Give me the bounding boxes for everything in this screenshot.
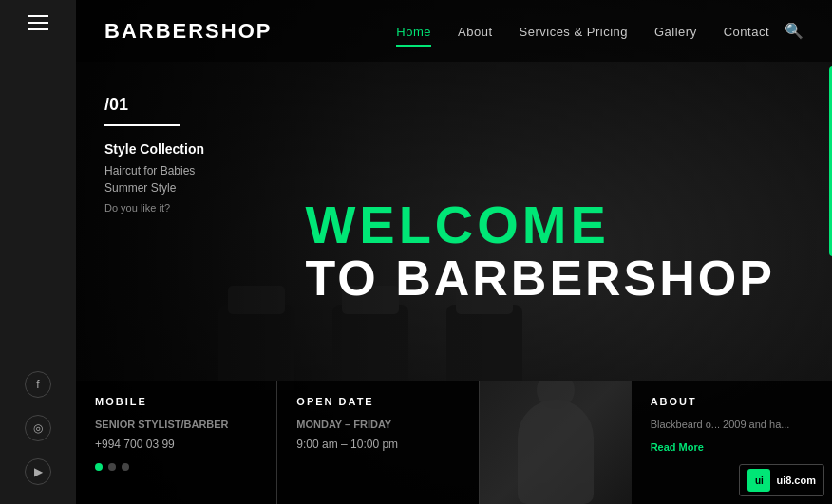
- main-content: BARBERSHOP Home About Services & Pricing…: [76, 0, 832, 504]
- watermark: ui ui8.com: [739, 464, 824, 496]
- instagram-icon[interactable]: ◎: [25, 415, 51, 441]
- nav-link-contact[interactable]: Contact: [724, 25, 769, 43]
- mobile-value: SENIOR STYLIST/BARBER +994 700 03 99: [95, 417, 257, 454]
- mobile-phone: +994 700 03 99: [95, 438, 175, 451]
- about-text: Blackbeard o... 2009 and ha...: [651, 417, 813, 434]
- nav-item-contact[interactable]: Contact: [724, 23, 769, 40]
- mobile-role: SENIOR STYLIST/BARBER: [95, 417, 257, 434]
- slide-cta: Do you like it?: [104, 202, 204, 214]
- nav-link-gallery[interactable]: Gallery: [654, 25, 697, 43]
- bottom-photo: [480, 381, 632, 504]
- navbar: BARBERSHOP Home About Services & Pricing…: [76, 0, 832, 62]
- hero-content: WELCOME TO BARBERSHOP: [305, 198, 775, 306]
- open-date-label: OPEN DATE: [296, 396, 459, 407]
- bottom-bar: MOBILE SENIOR STYLIST/BARBER +994 700 03…: [76, 381, 832, 504]
- slide-divider: [104, 124, 180, 126]
- slide-info: /01 Style Collection Haircut for Babies …: [104, 95, 204, 214]
- read-more-link[interactable]: Read More: [651, 441, 813, 453]
- slide-sub2: Summer Style: [104, 181, 204, 195]
- slide-dots: [95, 463, 257, 471]
- bottom-mobile: MOBILE SENIOR STYLIST/BARBER +994 700 03…: [76, 381, 277, 504]
- watermark-site: ui8.com: [776, 475, 816, 486]
- open-date-hours: 9:00 am – 10:00 pm: [296, 438, 398, 451]
- menu-icon[interactable]: [28, 15, 48, 30]
- hero-welcome: WELCOME: [305, 198, 775, 252]
- mobile-label: MOBILE: [95, 396, 257, 407]
- nav-item-gallery[interactable]: Gallery: [654, 23, 697, 40]
- slide-number: /01: [104, 95, 204, 115]
- slide-collection: Style Collection: [104, 141, 204, 157]
- dot-1[interactable]: [95, 463, 103, 471]
- nav-link-services[interactable]: Services & Pricing: [520, 25, 628, 43]
- search-icon[interactable]: 🔍: [785, 22, 804, 40]
- bottom-open-date: OPEN DATE MONDAY – FRIDAY 9:00 am – 10:0…: [277, 381, 479, 504]
- hero-to: TO BARBERSHOP: [305, 252, 775, 306]
- about-label: ABOUT: [651, 396, 813, 407]
- watermark-icon: ui: [747, 469, 770, 492]
- sidebar: f ◎ ▶: [0, 0, 76, 504]
- open-date-days: MONDAY – FRIDAY: [296, 417, 459, 434]
- social-links: f ◎ ▶: [25, 371, 51, 485]
- dot-2[interactable]: [108, 463, 116, 471]
- open-date-value: MONDAY – FRIDAY 9:00 am – 10:00 pm: [296, 417, 459, 454]
- nav-item-services[interactable]: Services & Pricing: [520, 23, 628, 40]
- nav-link-about[interactable]: About: [458, 25, 492, 43]
- nav-links: Home About Services & Pricing Gallery Co…: [396, 23, 769, 40]
- nav-item-about[interactable]: About: [458, 23, 492, 40]
- nav-item-home[interactable]: Home: [396, 23, 431, 40]
- nav-link-home[interactable]: Home: [396, 25, 431, 43]
- slide-sub1: Haircut for Babies: [104, 164, 204, 177]
- dot-3[interactable]: [122, 463, 129, 471]
- facebook-icon[interactable]: f: [25, 371, 51, 398]
- person-silhouette: [518, 400, 594, 504]
- youtube-icon[interactable]: ▶: [25, 458, 51, 485]
- site-logo: BARBERSHOP: [104, 19, 272, 44]
